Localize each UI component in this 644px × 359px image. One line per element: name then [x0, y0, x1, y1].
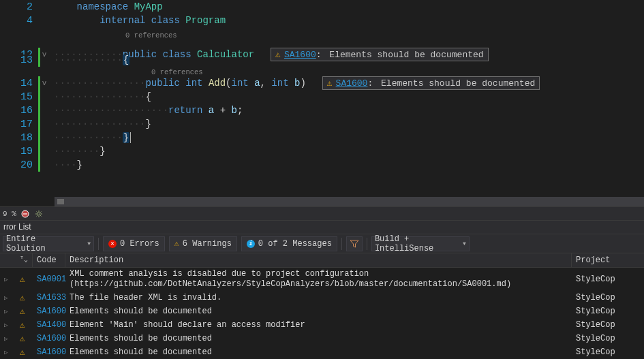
code-line[interactable]: 4 internal class Program — [0, 14, 644, 27]
error-list-body[interactable]: ▷⚠SA0001XML comment analysis is disabled… — [0, 268, 644, 359]
error-code[interactable]: SA1400 — [33, 319, 65, 331]
error-list-row[interactable]: ▷⚠SA1600Elements should be documentedSty… — [0, 332, 644, 345]
error-code[interactable]: SA1600 — [33, 346, 65, 358]
error-code[interactable]: SA1633 — [33, 292, 65, 304]
warning-icon: ⚠ — [327, 78, 333, 89]
chevron-down-icon: ▼ — [87, 240, 91, 247]
error-project: StyleCop — [572, 273, 644, 285]
svg-point-1 — [37, 213, 40, 215]
error-list-row[interactable]: ▷⚠SA1600Elements should be documentedSty… — [0, 305, 644, 318]
code-line[interactable]: 14v················public int Add(int a,… — [0, 76, 644, 90]
warning-icon: ⚠ — [12, 332, 33, 345]
codelens-references[interactable]: 0 references — [125, 31, 177, 40]
error-description: Elements should be documented — [65, 305, 572, 318]
error-code[interactable]: SA1600 — [33, 305, 65, 317]
error-icon: ✕ — [108, 240, 117, 248]
error-list-row[interactable]: ▷⚠SA1633The file header XML is invalid.S… — [0, 291, 644, 305]
info-icon: i — [247, 240, 255, 248]
warning-icon: ⚠ — [12, 345, 33, 359]
warning-icon: ⚠ — [12, 291, 33, 305]
code-line[interactable]: 2 namespace MyApp — [0, 0, 644, 14]
error-description: Elements should be documented — [65, 332, 572, 345]
settings-icon[interactable] — [34, 209, 44, 219]
scope-dropdown[interactable]: Entire Solution ▼ — [3, 236, 94, 251]
error-project: StyleCop — [572, 319, 644, 331]
error-list-header[interactable]: ᵀ⌄ Code Description Project — [0, 253, 644, 268]
error-project: StyleCop — [572, 292, 644, 304]
code-line[interactable]: 13············{ — [0, 53, 644, 67]
column-project[interactable]: Project — [572, 253, 644, 267]
expand-toggle[interactable]: ▷ — [0, 293, 12, 303]
error-description: Elements should be documented — [65, 346, 572, 359]
warning-icon: ⚠ — [174, 238, 179, 249]
horizontal-scrollbar[interactable] — [55, 197, 644, 206]
error-list-row[interactable]: ▷⚠SA0001XML comment analysis is disabled… — [0, 268, 644, 291]
fold-toggle[interactable]: v — [40, 79, 48, 87]
error-list-row[interactable]: ▷⚠SA1600Elements should be documentedSty… — [0, 345, 644, 359]
no-issues-icon — [20, 209, 30, 219]
code-editor[interactable]: 2 namespace MyApp4 internal class Progra… — [0, 0, 644, 206]
code-line[interactable]: 17················} — [0, 117, 644, 131]
editor-status-strip: 9 % — [0, 206, 644, 220]
error-code[interactable]: SA1600 — [33, 332, 65, 345]
chevron-down-icon: ▼ — [463, 240, 466, 247]
warning-icon: ⚠ — [12, 305, 33, 318]
expand-toggle[interactable]: ▷ — [0, 307, 12, 317]
expand-toggle[interactable]: ▷ — [0, 347, 12, 358]
warning-icon: ⚠ — [12, 272, 33, 286]
column-description[interactable]: Description — [65, 253, 572, 267]
code-line[interactable]: 18············} — [0, 131, 644, 144]
error-list-row[interactable]: ▷⚠SA1400Element 'Main' should declare an… — [0, 318, 644, 332]
filter-button[interactable] — [346, 236, 363, 251]
warning-icon: ⚠ — [12, 318, 33, 332]
error-code[interactable]: SA0001 — [33, 273, 65, 285]
code-line[interactable]: 20····} — [0, 158, 644, 172]
error-project: StyleCop — [572, 332, 644, 345]
codelens-references[interactable]: 0 references — [151, 68, 203, 76]
error-project: StyleCop — [572, 305, 644, 317]
warnings-filter[interactable]: ⚠ 6 Warnings — [169, 236, 237, 251]
code-line[interactable]: 15················{ — [0, 90, 644, 104]
error-description: XML comment analysis is disabled due to … — [65, 268, 572, 291]
build-intellisense-dropdown[interactable]: Build + IntelliSense ▼ — [371, 236, 470, 251]
expand-toggle[interactable]: ▷ — [0, 275, 12, 285]
error-list-toolbar: Entire Solution ▼ ✕ 0 Errors ⚠ 6 Warning… — [0, 234, 644, 253]
code-line[interactable]: 16····················return a + b; — [0, 104, 644, 117]
error-description: Element 'Main' should declare an access … — [65, 319, 572, 332]
code-line[interactable]: 19········} — [0, 144, 644, 158]
inline-warning[interactable]: ⚠SA1600: Elements should be documented — [322, 76, 540, 90]
expand-toggle[interactable]: ▷ — [0, 320, 12, 330]
errors-filter[interactable]: ✕ 0 Errors — [103, 236, 165, 251]
error-description: The file header XML is invalid. — [65, 292, 572, 305]
messages-filter[interactable]: i 0 of 2 Messages — [241, 236, 337, 251]
error-project: StyleCop — [572, 346, 644, 358]
error-list-panel-title[interactable]: rror List — [0, 220, 644, 234]
column-code[interactable]: Code — [33, 253, 65, 267]
expand-toggle[interactable]: ▷ — [0, 334, 12, 344]
zoom-level[interactable]: 9 % — [3, 210, 16, 218]
